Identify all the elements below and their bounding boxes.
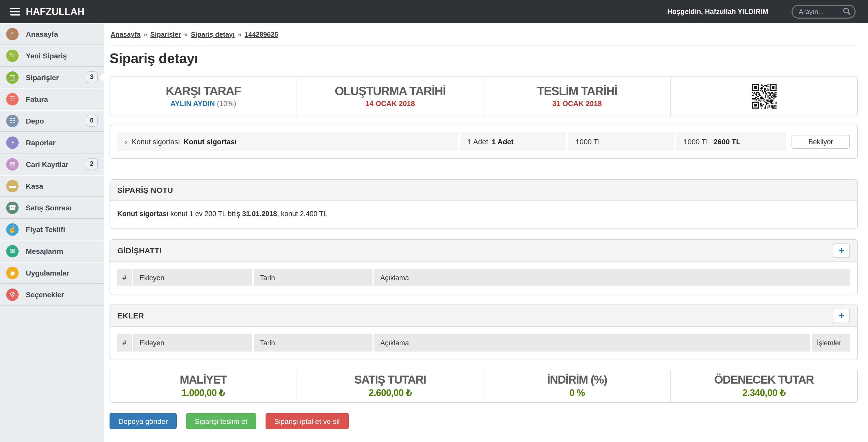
sidebar-item-yeni-siparis[interactable]: ✎ Yeni Sipariş [0, 45, 104, 67]
item-unit-price: 1000 TL [576, 138, 602, 146]
sidebar-item-uygulamalar[interactable]: ◉ Uygulamalar [0, 262, 104, 284]
breadcrumb-link-siparis-detayi[interactable]: Sipariş detayı [191, 30, 235, 38]
cash-icon: ▬ [6, 180, 19, 192]
add-route-button[interactable]: + [833, 243, 850, 258]
search-box [792, 5, 856, 19]
invoice-icon: ☰ [6, 93, 19, 105]
column-header-islemler: İşlemler [812, 334, 850, 352]
sidebar-item-fatura[interactable]: ☰ Fatura [0, 88, 104, 110]
orders-cart-icon: ▥ [6, 71, 19, 84]
sidebar-item-label: Kasa [26, 182, 98, 190]
action-buttons: Depoya gönder Siparişi teslim et Sipariş… [110, 413, 858, 429]
order-items-card: › Konut sigortası Konut sigortası 1 Adet… [110, 125, 858, 159]
search-icon[interactable] [843, 7, 851, 16]
sidebar-item-mesajlarim[interactable]: ✉ Mesajlarım [0, 240, 104, 262]
item-total-old: 1000 TL [684, 138, 710, 146]
orders-count-badge: 3 [86, 71, 98, 83]
sidebar-item-anasayfa[interactable]: ⌂ Anasayfa [0, 23, 104, 45]
add-attachment-button[interactable]: + [833, 308, 850, 323]
send-to-warehouse-button[interactable]: Depoya gönder [110, 413, 177, 429]
sale-total-value: 2.600,00 ₺ [369, 387, 412, 399]
sidebar-item-kasa[interactable]: ▬ Kasa [0, 175, 104, 197]
breadcrumb-link-order-number[interactable]: 144289625 [245, 30, 278, 38]
column-header-aciklama: Açıklama [374, 334, 810, 352]
apps-mouse-icon: ◉ [6, 266, 19, 279]
sale-total-heading: SATIŞ TUTARI [354, 374, 426, 386]
column-header-tarih: Tarih [254, 269, 373, 286]
order-note-header: SİPARİŞ NOTU [110, 180, 857, 201]
app: HAFZULLAH Hoşgeldin, Hafzullah YILDIRIM … [0, 0, 868, 442]
column-header-number: # [117, 334, 132, 352]
top-navbar: HAFZULLAH Hoşgeldin, Hafzullah YILDIRIM [0, 0, 868, 23]
cost-value: 1.000,00 ₺ [182, 387, 225, 399]
attachments-panel-header: EKLER + [110, 305, 857, 327]
delivery-date-heading: TESLİM TARİHİ [537, 85, 617, 97]
column-header-ekleyen: Ekleyen [133, 269, 252, 286]
sidebar-item-satis-sonrasi[interactable]: ☎ Satış Sonrası [0, 197, 104, 219]
cancel-delete-order-button[interactable]: Siparişi iptal et ve sil [265, 413, 348, 429]
breadcrumb: Anasayfa»Siparişler»Sipariş detayı»14428… [110, 30, 858, 38]
status-bekliyor-button[interactable]: Bekliyor [792, 135, 850, 149]
note-end-date: 31.01.2018 [242, 210, 277, 218]
column-header-ekleyen: Ekleyen [133, 334, 252, 352]
deliver-order-button[interactable]: Siparişi teslim et [186, 413, 256, 429]
route-panel: GİDİŞHATTI + # Ekleyen Tarih Açıklama [110, 239, 858, 294]
messages-icon: ✉ [6, 245, 19, 257]
breadcrumb-divider [110, 45, 858, 46]
sidebar-item-label: Anasayfa [26, 30, 98, 38]
navbar-right: Hoşgeldin, Hafzullah YILDIRIM [667, 0, 868, 23]
sidebar-item-siparisler[interactable]: ▥ Siparişler 3 [0, 67, 104, 88]
totals-summary-card: MALİYET 1.000,00 ₺ SATIŞ TUTARI 2.600,00… [110, 370, 858, 403]
navbar-divider [780, 0, 780, 23]
sidebar-item-label: Fatura [26, 95, 98, 103]
hamburger-menu-icon[interactable] [10, 8, 20, 16]
order-note-panel: SİPARİŞ NOTU Konut sigortası konut 1 ev … [110, 179, 858, 229]
qr-code [751, 84, 776, 109]
item-name: Konut sigortası [184, 138, 237, 146]
discount-heading: İNDİRİM (%) [547, 374, 607, 386]
sidebar-item-label: Seçenekler [26, 290, 98, 299]
created-date-column: OLUŞTURMA TARİHİ 14 OCAK 2018 [297, 77, 484, 116]
item-total-cell: 1000 TL 2600 TL [676, 132, 786, 151]
cost-heading: MALİYET [180, 374, 227, 386]
sidebar-item-label: Fiyat Teklifi [26, 225, 98, 233]
price-quote-hand-icon: ☝ [6, 223, 19, 235]
sidebar-item-raporlar[interactable]: ◔ Raporlar [0, 132, 104, 153]
sidebar-item-depo[interactable]: ☷ Depo 0 [0, 110, 104, 132]
attachments-panel: EKLER + # Ekleyen Tarih Açıklama İşlemle… [110, 304, 858, 359]
item-quantity-old: 1 Adet [468, 138, 488, 146]
sidebar-item-fiyat-teklifi[interactable]: ☝ Fiyat Teklifi [0, 219, 104, 240]
order-info-card: KARŞI TARAF AYLIN AYDIN (10%) OLUŞTURMA … [110, 76, 858, 116]
attachments-table: # Ekleyen Tarih Açıklama İşlemler [110, 327, 857, 359]
route-panel-header: GİDİŞHATTI + [110, 240, 857, 262]
breadcrumb-link-siparisler[interactable]: Siparişler [150, 30, 181, 38]
breadcrumb-separator: » [184, 30, 188, 38]
brand-logo[interactable]: HAFZULLAH [26, 6, 84, 17]
user-greeting: Hoşgeldin, Hafzullah YILDIRIM [667, 8, 768, 16]
sidebar-item-label: Raporlar [26, 138, 98, 147]
main-content: Anasayfa»Siparişler»Sipariş detayı»14428… [104, 23, 868, 442]
payable-total-heading: ÖDENECEK TUTAR [714, 374, 814, 386]
note-text: konut 1 ev 200 TL bitiş [168, 210, 242, 218]
page-layout: ⌂ Anasayfa ✎ Yeni Sipariş ▥ Siparişler 3… [0, 23, 868, 442]
attachments-panel-title: EKLER [117, 311, 144, 320]
counterparty-heading: KARŞI TARAF [165, 85, 241, 97]
counterparty-link[interactable]: AYLIN AYDIN [170, 99, 215, 108]
order-note-body: Konut sigortası konut 1 ev 200 TL bitiş … [110, 201, 857, 229]
accounts-count-badge: 2 [86, 158, 98, 170]
sidebar-item-label: Uygulamalar [26, 269, 98, 277]
route-table: # Ekleyen Tarih Açıklama [110, 262, 857, 294]
delivery-date-column: TESLİM TARİHİ 31 OCAK 2018 [484, 77, 671, 116]
column-header-tarih: Tarih [254, 334, 373, 352]
sidebar-item-label: Siparişler [26, 73, 86, 82]
after-sales-headset-icon: ☎ [6, 201, 19, 214]
breadcrumb-link-anasayfa[interactable]: Anasayfa [111, 30, 141, 38]
home-icon: ⌂ [6, 28, 19, 40]
sidebar-item-cari-kayitlar[interactable]: ▤ Cari Kayıtlar 2 [0, 153, 104, 175]
chevron-right-icon: › [125, 137, 127, 146]
warehouse-icon: ☷ [6, 115, 19, 127]
active-item-arrow [99, 73, 104, 82]
sidebar-item-secenekler[interactable]: ⚙ Seçenekler [0, 284, 104, 305]
discount-value: 0 % [569, 387, 585, 398]
note-product-name: Konut sigortası [117, 210, 168, 218]
